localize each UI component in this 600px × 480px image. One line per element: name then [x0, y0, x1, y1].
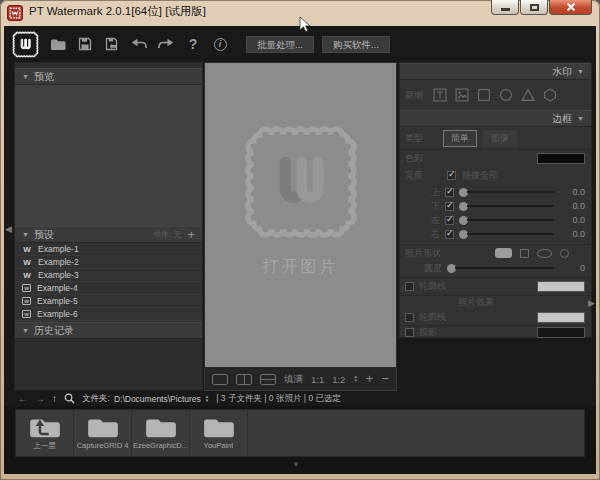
folder-item[interactable]: YouPaint — [190, 410, 248, 456]
preview-area — [15, 85, 202, 226]
shape-square-icon[interactable] — [520, 249, 529, 258]
add-circle-shape-icon[interactable] — [499, 88, 513, 102]
close-icon — [566, 2, 576, 12]
preset-label: Example-3 — [38, 270, 79, 280]
folder-item[interactable]: EzeeGraphicD... — [132, 410, 190, 456]
effect-outline-checkbox[interactable] — [405, 313, 414, 322]
folder-spinner-icon[interactable]: ▲▼ — [205, 395, 209, 403]
border-left-checkbox[interactable] — [445, 216, 454, 225]
color-label: 色彩 — [405, 152, 423, 165]
add-text-watermark-icon[interactable] — [433, 88, 447, 102]
preset-item[interactable]: w Example-4 — [15, 282, 202, 295]
shape-circle-icon[interactable] — [560, 249, 569, 258]
open-image-label[interactable]: 打开图片 — [263, 257, 339, 278]
preview-section-header[interactable]: ▼ 预览 — [15, 68, 202, 85]
border-left-slider[interactable] — [459, 216, 554, 225]
shape-ellipse-icon[interactable] — [537, 249, 552, 258]
photo-outline-swatch[interactable] — [537, 281, 585, 292]
close-button[interactable] — [549, 0, 592, 15]
border-type-simple-button[interactable]: 简单 — [443, 130, 477, 147]
preset-item[interactable]: W Example-1 — [15, 243, 202, 256]
history-section-header[interactable]: ▼ 历史记录 — [15, 322, 202, 339]
collapse-bottom-panel-icon[interactable]: ▼ — [292, 460, 300, 469]
add-triangle-shape-icon[interactable] — [521, 88, 535, 102]
border-right-checkbox[interactable] — [445, 230, 454, 239]
add-polygon-shape-icon[interactable] — [543, 88, 557, 102]
effect-outline-swatch[interactable] — [537, 312, 585, 323]
info-icon[interactable]: i — [211, 35, 229, 53]
collapse-right-panel-icon[interactable]: ▶ — [588, 298, 595, 308]
photo-effects-header-row: 照片效果 — [400, 295, 591, 309]
single-view-icon[interactable] — [212, 374, 228, 385]
preset-label: Example-1 — [38, 244, 79, 254]
border-section-header[interactable]: 边框 ▼ — [400, 110, 591, 127]
border-bottom-slider[interactable] — [459, 202, 554, 211]
image-canvas[interactable]: 打开图片 — [204, 62, 397, 368]
add-square-shape-icon[interactable] — [477, 88, 491, 102]
zoom-in-button[interactable]: + — [366, 374, 374, 384]
shadow-swatch[interactable] — [537, 327, 585, 338]
border-top-slider[interactable] — [459, 188, 554, 197]
history-area — [15, 339, 202, 390]
presets-sort-label[interactable]: 排序: 无 — [153, 229, 181, 240]
zoom-out-button[interactable]: − — [381, 374, 389, 384]
nav-forward-icon[interactable]: → — [35, 393, 45, 404]
nav-up-icon[interactable]: ↑ — [52, 393, 57, 404]
redo-icon[interactable] — [157, 35, 175, 53]
split-vertical-view-icon[interactable] — [236, 374, 252, 385]
save-as-icon[interactable] — [103, 35, 121, 53]
help-icon[interactable]: ? — [184, 35, 202, 53]
preset-item[interactable]: W Example-2 — [15, 256, 202, 269]
preset-item[interactable]: w Example-5 — [15, 295, 202, 308]
shape-rounded-rect-icon[interactable] — [495, 248, 512, 258]
preset-item[interactable]: W Example-3 — [15, 269, 202, 282]
border-left-slider-row: 左 0.0 — [400, 213, 591, 227]
batch-process-button[interactable]: 批量处理... — [246, 36, 314, 53]
watermark-section-header[interactable]: 水印 ▼ — [400, 63, 591, 80]
slider-track — [467, 191, 554, 193]
border-right-slider[interactable] — [459, 230, 554, 239]
border-type-image-button[interactable]: 图像 — [483, 130, 517, 147]
split-horizontal-view-icon[interactable] — [260, 374, 276, 385]
folder-path[interactable]: D:\Documents\Pictures — [114, 394, 201, 404]
border-bottom-checkbox[interactable] — [445, 202, 454, 211]
photo-outline-label: 轮廓线 — [419, 280, 446, 293]
collapse-left-panel-icon[interactable]: ◀ — [5, 224, 12, 234]
buy-software-button[interactable]: 购买软件... — [322, 36, 390, 53]
w-stamp-icon: w — [22, 284, 31, 292]
preset-label: Example-6 — [37, 309, 78, 319]
shadow-checkbox[interactable] — [405, 328, 414, 337]
add-preset-button[interactable]: + — [187, 230, 195, 240]
slider-label: 上 — [400, 186, 440, 199]
preset-label: Example-5 — [37, 296, 78, 306]
add-image-watermark-icon[interactable] — [455, 88, 469, 102]
canvas-toolbar: 填满 1:1 1:2 ▲▼ + − — [204, 368, 397, 391]
fit-button[interactable]: 填满 — [284, 373, 303, 386]
border-top-checkbox[interactable] — [445, 188, 454, 197]
roundness-slider[interactable] — [447, 264, 554, 273]
ratio-spinner-icon[interactable]: ▲▼ — [353, 375, 357, 383]
nav-back-icon[interactable]: ← — [18, 393, 28, 404]
presets-section-header[interactable]: ▼ 预设 排序: 无 + — [15, 226, 202, 243]
collapse-triangle-icon: ▼ — [577, 115, 584, 122]
search-icon[interactable] — [64, 393, 75, 404]
ratio-1-2-button[interactable]: 1:2 — [332, 374, 345, 385]
app-body: ? i 批量处理... 购买软件... ▼ 预览 ▼ 预设 排序: 无 + — [4, 26, 596, 474]
undo-icon[interactable] — [130, 35, 148, 53]
preset-item[interactable]: w Example-6 — [15, 308, 202, 321]
border-color-swatch[interactable] — [537, 153, 585, 164]
open-folder-icon[interactable] — [49, 35, 67, 53]
ratio-1-1-button[interactable]: 1:1 — [311, 374, 324, 385]
left-panel: ▼ 预览 ▼ 预设 排序: 无 + W Example-1 W Exam — [14, 62, 203, 391]
maximize-button[interactable] — [520, 0, 548, 15]
photo-outline-checkbox[interactable] — [405, 282, 414, 291]
folder-item-up[interactable]: 上一层 — [16, 410, 74, 456]
save-icon[interactable] — [76, 35, 94, 53]
slider-label: 右 — [400, 228, 440, 241]
link-all-checkbox[interactable] — [447, 171, 456, 180]
w-letter-icon: W — [22, 245, 32, 254]
folder-item[interactable]: CaptureGRID 4 — [74, 410, 132, 456]
photo-outline-row: 轮廓线 — [400, 277, 591, 294]
minimize-button[interactable] — [491, 0, 519, 15]
slider-label: 左 — [400, 214, 440, 227]
